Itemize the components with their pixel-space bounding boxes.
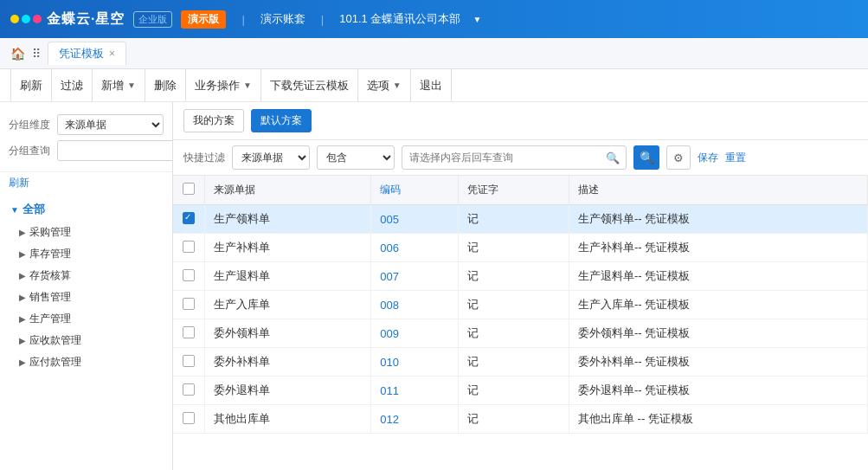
home-icon[interactable]: 🏠 [10, 47, 25, 61]
scheme-row: 我的方案 默认方案 [173, 102, 868, 140]
row-code[interactable]: 010 [371, 348, 459, 377]
top-divider: | [241, 13, 244, 26]
tree-cost-label: 存货核算 [29, 268, 71, 283]
quick-filter-label: 快捷过滤 [183, 151, 225, 165]
top-account: 演示账套 [260, 11, 305, 27]
row-checkbox[interactable] [183, 241, 195, 253]
quick-filter-row: 快捷过滤 来源单据 包含 🔍 🔍 ⚙ 保存 重置 [173, 140, 868, 176]
default-scheme-button[interactable]: 默认方案 [251, 109, 312, 132]
tab-label: 凭证模板 [59, 46, 104, 61]
row-checkbox[interactable] [183, 383, 195, 396]
col-code[interactable]: 编码 [371, 176, 459, 205]
row-code[interactable]: 011 [371, 377, 459, 405]
tab-close-icon[interactable]: × [109, 48, 115, 60]
row-source: 委外领料单 [204, 319, 371, 348]
badge-demo[interactable]: 演示版 [181, 10, 226, 29]
search-button[interactable]: 🔍 [633, 145, 659, 170]
row-checkbox-cell[interactable] [173, 405, 204, 434]
tree-child-cost[interactable]: ▶ 存货核算 [0, 265, 172, 287]
toolbar: 刷新 过滤 新增 ▼ 删除 业务操作 ▼ 下载凭证云模板 选项 ▼ 退出 [0, 69, 868, 102]
row-source: 生产领料单 [204, 205, 371, 234]
toolbar-download-template[interactable]: 下载凭证云模板 [261, 69, 358, 102]
quick-filter-source-select[interactable]: 来源单据 [232, 145, 310, 170]
add-arrow-icon: ▼ [127, 80, 136, 90]
row-code[interactable]: 007 [371, 262, 459, 291]
row-checkbox-cell[interactable] [173, 205, 204, 234]
group-dimension-select[interactable]: 来源单据 [57, 114, 164, 135]
quick-filter-input[interactable] [402, 145, 627, 170]
toolbar-filter[interactable]: 过滤 [52, 69, 93, 102]
row-checkbox-cell[interactable] [173, 377, 204, 405]
gear-icon: ⚙ [673, 151, 684, 164]
tree-child-payable[interactable]: ▶ 应付款管理 [0, 351, 172, 373]
toolbar-business-ops[interactable]: 业务操作 ▼ [186, 69, 261, 102]
code-link[interactable]: 007 [380, 270, 399, 283]
tree-child-production[interactable]: ▶ 生产管理 [0, 308, 172, 330]
row-checkbox[interactable] [183, 355, 195, 367]
reset-button[interactable]: 重置 [725, 151, 746, 165]
row-voucher-type: 记 [459, 205, 569, 234]
header-checkbox[interactable] [183, 183, 195, 195]
row-checkbox-cell[interactable] [173, 234, 204, 262]
row-checkbox[interactable] [183, 412, 195, 424]
row-code[interactable]: 006 [371, 234, 459, 262]
tree-procurement-label: 采购管理 [29, 225, 71, 240]
tree-node-all[interactable]: ▼ 全部 [0, 197, 172, 222]
tree-child-inventory[interactable]: ▶ 库存管理 [0, 243, 172, 265]
toolbar-exit[interactable]: 退出 [411, 69, 452, 102]
row-desc: 其他出库单 -- 凭证模板 [569, 405, 867, 434]
code-link[interactable]: 011 [380, 384, 399, 397]
row-voucher-type: 记 [459, 348, 569, 377]
row-source: 生产退料单 [204, 262, 371, 291]
tree-child-procurement[interactable]: ▶ 采购管理 [0, 222, 172, 243]
toolbar-refresh[interactable]: 刷新 [10, 69, 52, 102]
apps-icon[interactable]: ⠿ [32, 47, 41, 61]
tree-arrow-sales: ▶ [19, 293, 26, 302]
code-link[interactable]: 009 [380, 327, 399, 340]
tree-payable-label: 应付款管理 [29, 355, 81, 370]
tree-all-label: 全部 [23, 202, 45, 217]
row-code[interactable]: 005 [371, 205, 459, 234]
row-checkbox[interactable] [183, 269, 195, 281]
row-checkbox[interactable] [183, 212, 195, 224]
row-checkbox[interactable] [183, 298, 195, 310]
row-code[interactable]: 008 [371, 291, 459, 319]
code-link[interactable]: 006 [380, 241, 399, 254]
settings-button[interactable]: ⚙ [666, 145, 691, 170]
row-code[interactable]: 012 [371, 405, 459, 434]
row-checkbox[interactable] [183, 326, 195, 338]
code-link[interactable]: 010 [380, 356, 399, 369]
row-desc: 委外补料单-- 凭证模板 [569, 348, 867, 377]
tree-inventory-label: 库存管理 [29, 247, 71, 261]
col-checkbox[interactable] [173, 176, 204, 205]
code-link[interactable]: 012 [380, 413, 399, 426]
tree-child-sales[interactable]: ▶ 销售管理 [0, 287, 172, 308]
quick-filter-condition-select[interactable]: 包含 [317, 145, 395, 170]
toolbar-delete[interactable]: 删除 [145, 69, 186, 102]
company-dropdown-icon[interactable]: ▼ [473, 15, 481, 24]
tree-arrow-procurement: ▶ [19, 228, 26, 237]
row-checkbox-cell[interactable] [173, 319, 204, 348]
logo-text: 金蝶云·星空 [47, 10, 125, 29]
code-link[interactable]: 005 [380, 213, 399, 226]
business-ops-arrow-icon: ▼ [243, 80, 252, 90]
group-query-input[interactable] [57, 140, 173, 161]
quick-filter-input-wrap: 🔍 [402, 145, 627, 170]
row-checkbox-cell[interactable] [173, 348, 204, 377]
breadcrumb-tab[interactable]: 凭证模板 × [48, 42, 126, 65]
top-bar: 金蝶云·星空 企业版 演示版 | 演示账套 | 101.1 金蝶通讯公司本部 ▼ [0, 0, 868, 38]
code-link[interactable]: 008 [380, 299, 399, 312]
row-checkbox-cell[interactable] [173, 291, 204, 319]
sidebar-refresh-button[interactable]: 刷新 [0, 172, 172, 194]
logo-area: 金蝶云·星空 [10, 10, 125, 29]
sidebar-tree: ▼ 全部 ▶ 采购管理 ▶ 库存管理 ▶ 存货核算 ▶ 销售管理 ▶ 生产管理 [0, 194, 172, 377]
my-scheme-button[interactable]: 我的方案 [183, 109, 244, 132]
col-voucher-type: 凭证字 [459, 176, 569, 205]
tree-child-receivable[interactable]: ▶ 应收款管理 [0, 330, 172, 351]
row-code[interactable]: 009 [371, 319, 459, 348]
save-button[interactable]: 保存 [698, 151, 718, 165]
row-desc: 生产退料单-- 凭证模板 [569, 262, 867, 291]
toolbar-add[interactable]: 新增 ▼ [93, 69, 145, 102]
row-checkbox-cell[interactable] [173, 262, 204, 291]
toolbar-options[interactable]: 选项 ▼ [358, 69, 411, 102]
